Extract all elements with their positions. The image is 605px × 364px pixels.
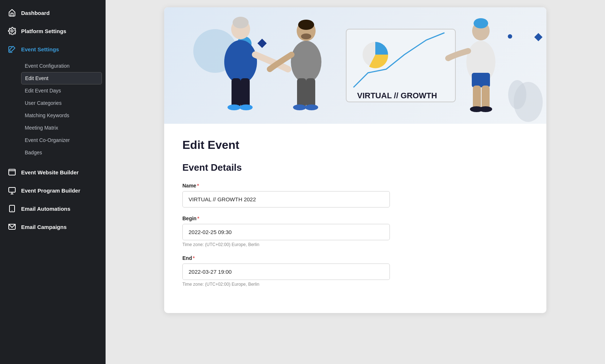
- svg-point-10: [233, 17, 249, 28]
- dashboard-label: Dashboard: [21, 10, 50, 16]
- sidebar: Dashboard Platform Settings Event Settin…: [0, 0, 106, 364]
- svg-point-17: [298, 20, 314, 30]
- sidebar-submenu: Event Configuration Edit Event Edit Even…: [0, 58, 106, 160]
- name-label: Name*: [182, 183, 528, 189]
- hero-banner: VIRTUAL // GROWTH: [164, 7, 546, 124]
- platform-settings-label: Platform Settings: [21, 28, 66, 34]
- svg-rect-13: [241, 78, 250, 107]
- name-field: Name*: [182, 183, 528, 207]
- svg-point-19: [291, 41, 321, 83]
- hero-illustration: VIRTUAL // GROWTH: [164, 7, 546, 124]
- section-title: Event Details: [182, 162, 528, 173]
- sidebar-sub-badges[interactable]: Badges: [21, 146, 106, 159]
- browser-icon: [8, 168, 16, 176]
- end-label: End*: [182, 255, 528, 261]
- sidebar-sub-event-configuration[interactable]: Event Configuration: [21, 60, 106, 72]
- mail-icon: [8, 223, 16, 231]
- svg-point-36: [508, 34, 512, 39]
- page-title: Edit Event: [182, 138, 528, 152]
- svg-point-11: [224, 40, 257, 84]
- sidebar-item-event-website-builder[interactable]: Event Website Builder: [0, 163, 106, 181]
- end-field: End* Time zone: (UTC+02:00) Europe, Berl…: [182, 255, 528, 287]
- begin-field: Begin* Time zone: (UTC+02:00) Europe, Be…: [182, 215, 528, 247]
- svg-rect-20: [297, 78, 306, 107]
- gear-icon: [8, 27, 16, 35]
- end-input[interactable]: [182, 264, 390, 280]
- svg-point-39: [508, 80, 526, 109]
- form-area: Edit Event Event Details Name* Begin* Ti…: [164, 124, 546, 313]
- email-campaigns-label: Email Campaigns: [21, 224, 67, 230]
- svg-point-14: [228, 104, 241, 110]
- svg-rect-3: [9, 187, 15, 192]
- begin-label: Begin*: [182, 215, 528, 221]
- content-card: VIRTUAL // GROWTH: [164, 7, 546, 313]
- event-settings-label: Event Settings: [21, 46, 59, 52]
- sidebar-sub-matching-keywords[interactable]: Matching Keywords: [21, 109, 106, 122]
- svg-point-28: [474, 18, 488, 28]
- begin-input[interactable]: [182, 224, 390, 240]
- svg-point-0: [11, 30, 13, 32]
- sidebar-sub-user-categories[interactable]: User Categories: [21, 97, 106, 109]
- svg-point-35: [479, 106, 492, 112]
- edit-icon: [8, 45, 16, 53]
- svg-point-15: [240, 104, 253, 110]
- sidebar-sub-event-co-organizer[interactable]: Event Co-Organizer: [21, 134, 106, 146]
- end-hint: Time zone: (UTC+02:00) Europe, Berlin: [182, 282, 528, 287]
- svg-rect-31: [472, 73, 490, 87]
- event-program-builder-label: Event Program Builder: [21, 187, 80, 194]
- sidebar-item-email-campaigns[interactable]: Email Campaigns: [0, 218, 106, 236]
- svg-point-22: [293, 104, 306, 110]
- svg-rect-21: [306, 78, 315, 107]
- email-automations-label: Email Automations: [21, 206, 70, 212]
- home-icon: [8, 9, 16, 17]
- tablet-icon: [8, 205, 16, 213]
- sidebar-item-event-program-builder[interactable]: Event Program Builder: [0, 181, 106, 199]
- sidebar-sub-edit-event-days[interactable]: Edit Event Days: [21, 84, 106, 97]
- sidebar-item-event-settings[interactable]: Event Settings: [0, 40, 106, 58]
- sidebar-item-dashboard[interactable]: Dashboard: [0, 4, 106, 22]
- sidebar-item-email-automations[interactable]: Email Automations: [0, 199, 106, 218]
- svg-point-23: [305, 104, 318, 110]
- svg-rect-1: [9, 169, 15, 175]
- svg-rect-32: [473, 86, 481, 109]
- svg-text:VIRTUAL // GROWTH: VIRTUAL // GROWTH: [357, 91, 437, 100]
- main-content: VIRTUAL // GROWTH: [106, 0, 605, 364]
- svg-rect-37: [534, 33, 543, 41]
- svg-point-18: [301, 33, 311, 39]
- svg-rect-12: [232, 78, 241, 107]
- sidebar-sub-meeting-matrix[interactable]: Meeting Matrix: [21, 122, 106, 134]
- sidebar-sub-edit-event[interactable]: Edit Event: [21, 72, 102, 84]
- svg-rect-33: [482, 86, 490, 109]
- monitor-icon: [8, 186, 16, 194]
- sidebar-item-platform-settings[interactable]: Platform Settings: [0, 22, 106, 40]
- event-website-builder-label: Event Website Builder: [21, 169, 79, 175]
- name-input[interactable]: [182, 191, 390, 207]
- begin-hint: Time zone: (UTC+02:00) Europe, Berlin: [182, 242, 528, 247]
